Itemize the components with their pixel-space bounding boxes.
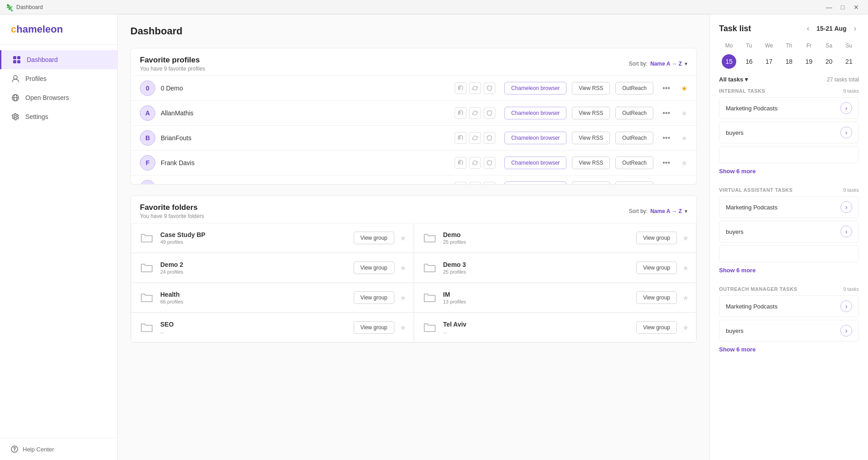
svg-rect-0 bbox=[13, 56, 16, 59]
task-arrow-button[interactable]: › bbox=[840, 226, 852, 237]
fingerprint-icon[interactable] bbox=[455, 182, 466, 184]
calendar-header: MoTuWeThFrSaSu bbox=[719, 41, 859, 51]
view-group-button[interactable]: View group bbox=[354, 321, 394, 334]
folder-star-icon[interactable]: ★ bbox=[682, 234, 689, 242]
shield-icon[interactable] bbox=[484, 157, 495, 169]
view-group-button[interactable]: View group bbox=[636, 232, 677, 244]
sort-value[interactable]: Name A → Z bbox=[650, 61, 682, 67]
minimize-button[interactable]: — bbox=[823, 2, 835, 12]
view-rss-button[interactable]: View RSS bbox=[572, 132, 610, 144]
chameleon-browser-button[interactable]: Chameleon browser bbox=[504, 82, 566, 95]
sidebar-item-open-browsers[interactable]: Open Browsers bbox=[0, 88, 117, 107]
more-options-button[interactable]: ••• bbox=[659, 82, 674, 94]
next-week-button[interactable]: › bbox=[851, 24, 859, 33]
shield-icon[interactable] bbox=[484, 107, 495, 119]
shield-icon[interactable] bbox=[484, 182, 495, 184]
close-button[interactable]: ✕ bbox=[850, 2, 863, 12]
sync-icon[interactable] bbox=[469, 157, 481, 169]
more-options-button[interactable]: ••• bbox=[659, 107, 674, 119]
sidebar-item-profiles[interactable]: Profiles bbox=[0, 69, 117, 88]
outreach-button[interactable]: OutReach bbox=[615, 82, 653, 95]
folder-star-icon[interactable]: ★ bbox=[400, 294, 406, 302]
fingerprint-icon[interactable] bbox=[455, 107, 466, 119]
fingerprint-icon[interactable] bbox=[455, 132, 466, 144]
task-arrow-button[interactable]: › bbox=[840, 300, 852, 312]
outreach-button[interactable]: OutReach bbox=[615, 107, 653, 119]
view-rss-button[interactable]: View RSS bbox=[572, 181, 610, 184]
calendar-day[interactable]: 18 bbox=[782, 54, 796, 69]
profiles-icon bbox=[11, 74, 20, 83]
sidebar-item-settings[interactable]: Settings bbox=[0, 107, 117, 126]
chameleon-browser-button[interactable]: Chameleon browser bbox=[504, 156, 566, 169]
view-group-button[interactable]: View group bbox=[354, 291, 394, 304]
calendar-day[interactable]: 17 bbox=[762, 54, 776, 69]
outreach-button[interactable]: OutReach bbox=[615, 132, 653, 144]
more-options-button[interactable]: ••• bbox=[659, 132, 674, 144]
calendar-day[interactable]: 20 bbox=[822, 54, 836, 69]
view-group-button[interactable]: View group bbox=[354, 232, 394, 244]
task-list-title: Task list bbox=[719, 24, 751, 33]
help-center-item[interactable]: Help Center bbox=[11, 446, 106, 453]
view-group-button[interactable]: View group bbox=[636, 321, 677, 334]
settings-icon bbox=[11, 112, 20, 121]
folders-sort-value[interactable]: Name A → Z bbox=[650, 208, 682, 214]
favorite-star-icon[interactable]: ★ bbox=[681, 134, 687, 142]
chameleon-browser-button[interactable]: Chameleon browser bbox=[504, 181, 566, 184]
view-group-button[interactable]: View group bbox=[636, 291, 677, 304]
prev-week-button[interactable]: ‹ bbox=[804, 24, 812, 33]
view-rss-button[interactable]: View RSS bbox=[572, 107, 610, 119]
folder-star-icon[interactable]: ★ bbox=[400, 234, 406, 242]
calendar-day[interactable]: 21 bbox=[842, 54, 856, 69]
shield-icon[interactable] bbox=[484, 132, 495, 144]
chameleon-browser-button[interactable]: Chameleon browser bbox=[504, 107, 566, 119]
sync-icon[interactable] bbox=[469, 107, 481, 119]
outreach-button[interactable]: OutReach bbox=[615, 181, 653, 184]
task-item: Marketing Podcasts › bbox=[719, 196, 859, 218]
folder-star-icon[interactable]: ★ bbox=[682, 323, 689, 332]
favorite-star-icon[interactable]: ★ bbox=[681, 159, 687, 167]
folder-star-icon[interactable]: ★ bbox=[400, 323, 406, 332]
calendar-day[interactable]: 16 bbox=[742, 54, 756, 69]
sidebar-item-dashboard[interactable]: Dashboard bbox=[0, 50, 117, 69]
show-more-button[interactable]: Show 6 more bbox=[719, 265, 756, 275]
dropdown-icon: ▾ bbox=[745, 76, 748, 83]
favorite-star-icon[interactable]: ★ bbox=[681, 109, 687, 118]
task-arrow-button[interactable]: › bbox=[840, 102, 852, 114]
more-options-button[interactable]: ••• bbox=[659, 182, 674, 184]
calendar-day[interactable]: 15 bbox=[722, 54, 736, 69]
maximize-button[interactable]: □ bbox=[836, 2, 849, 12]
show-more-button[interactable]: Show 6 more bbox=[719, 344, 756, 355]
all-tasks-button[interactable]: All tasks ▾ bbox=[719, 76, 748, 83]
folder-star-icon[interactable]: ★ bbox=[400, 264, 406, 272]
profiles-sort-control[interactable]: Sort by: Name A → Z ▾ bbox=[629, 61, 687, 67]
profile-row: B BrianFouts Chameleon browser View RSS … bbox=[131, 125, 696, 150]
outreach-button[interactable]: OutReach bbox=[615, 156, 653, 169]
sidebar-item-label: Profiles bbox=[25, 75, 47, 82]
sync-icon[interactable] bbox=[469, 132, 481, 144]
view-rss-button[interactable]: View RSS bbox=[572, 156, 610, 169]
folder-icon bbox=[422, 319, 438, 336]
fingerprint-icon[interactable] bbox=[455, 82, 466, 94]
calendar-day[interactable]: 19 bbox=[802, 54, 816, 69]
folder-star-icon[interactable]: ★ bbox=[682, 294, 689, 302]
more-options-button[interactable]: ••• bbox=[659, 157, 674, 169]
folders-sort-control[interactable]: Sort by: Name A → Z ▾ bbox=[629, 208, 687, 214]
show-more-button[interactable]: Show 6 more bbox=[719, 166, 756, 176]
shield-icon[interactable] bbox=[484, 82, 495, 94]
task-arrow-button[interactable]: › bbox=[840, 201, 852, 213]
folder-info: Tel Aviv ... bbox=[443, 321, 631, 334]
favorite-star-icon[interactable]: ★ bbox=[681, 84, 687, 93]
sync-icon[interactable] bbox=[469, 182, 481, 184]
folder-star-icon[interactable]: ★ bbox=[682, 264, 689, 272]
sync-icon[interactable] bbox=[469, 82, 481, 94]
task-arrow-button[interactable]: › bbox=[840, 127, 852, 138]
chameleon-browser-button[interactable]: Chameleon browser bbox=[504, 132, 566, 144]
favorite-star-icon[interactable]: ★ bbox=[681, 184, 687, 185]
task-name: Marketing Podcasts bbox=[726, 303, 777, 310]
view-group-button[interactable]: View group bbox=[636, 261, 677, 274]
folder-actions: View group ★ bbox=[636, 232, 689, 244]
fingerprint-icon[interactable] bbox=[455, 157, 466, 169]
view-rss-button[interactable]: View RSS bbox=[572, 82, 610, 95]
task-arrow-button[interactable]: › bbox=[840, 325, 852, 337]
view-group-button[interactable]: View group bbox=[354, 261, 394, 274]
